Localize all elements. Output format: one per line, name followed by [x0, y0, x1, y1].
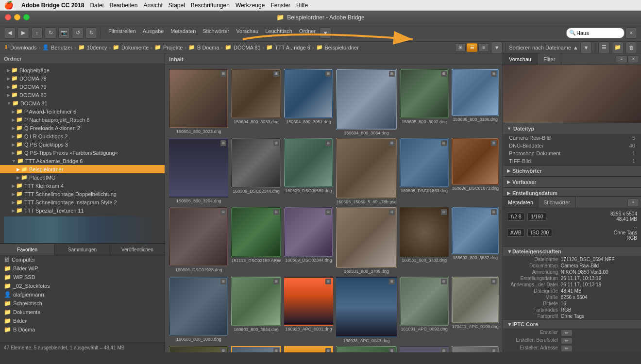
menu-datei[interactable]: Datei [90, 2, 103, 9]
folder-item-blogbeitraege[interactable]: ▶ 📁 Blogbeiträge [0, 66, 165, 74]
folder-item-lr[interactable]: ▶ 📁 Q LR Quicktipps 2 [0, 132, 165, 140]
thumb-cell[interactable]: ⊞ 150604_800_3051.dng [284, 69, 334, 135]
berufstitel-edit-button[interactable]: ✏ [561, 337, 573, 344]
folder-item-schnellmontage1[interactable]: ▶ 📁 TTT Schnellmontage Doppelbelichtung [0, 190, 165, 198]
content-grid[interactable]: ⊞ 150604_800_3023.dng ⊞ 150604_800_3033.… [165, 65, 503, 352]
ersteller-edit-button[interactable]: ✏ [561, 330, 573, 336]
menu-hilfe[interactable]: Hilfe [296, 2, 308, 9]
rotate-left-button[interactable]: ↺ [72, 27, 84, 39]
thumb-cell[interactable]: ⊞ 160603_800_3882.dng [452, 207, 499, 274]
folder-item-schnellmontage2[interactable]: ▶ 📁 TTT Schnellmontage Instagram Style 2 [0, 198, 165, 206]
forward-button[interactable]: ▶ [17, 27, 29, 39]
thumb-cell[interactable]: ⊞ 150604_800_3023.dng [169, 69, 228, 135]
fav-item-wip-ssd[interactable]: 📁 WiP SSD [0, 273, 165, 281]
filter-item-cameraraw[interactable]: Camera Raw-Bild 5 [503, 134, 641, 142]
fav-item-dokumente[interactable]: 📁 Dokumente [0, 308, 165, 316]
bc-dokumente[interactable]: Dokumente [121, 45, 149, 50]
view-detail-button[interactable]: ≡ [478, 43, 489, 52]
folder-item-pstipps[interactable]: ▶ 📁 Q PS-Tipps Praxis »Farbton/Sättigung… [0, 149, 165, 157]
thumb-cell[interactable]: ⊞ 150605_800_3092.dng [400, 69, 449, 135]
thumb-cell[interactable]: ⊞ 171126_DSC_06... [284, 346, 334, 353]
filter-section-header-stichwoerter[interactable]: ▶ Stichwörter [503, 165, 641, 176]
ordner-dropdown-button[interactable]: ▼ [320, 27, 331, 39]
thumb-cell[interactable]: ⊞ 160531_800_3705.dng [336, 207, 397, 274]
toolbar-ordner[interactable]: Ordner [296, 27, 319, 39]
folder-item-award[interactable]: ▶ 📁 P Award-Teilnehmer 6 [0, 107, 165, 116]
menu-ansicht[interactable]: Ansicht [143, 2, 162, 9]
thumb-cell[interactable]: ⊞ 150605_800_3204.dng [169, 138, 228, 205]
folder-item-placedimg[interactable]: ▶ 📁 PlacedIMG [0, 173, 165, 182]
menu-beschriftungen[interactable]: Beschriftungen [191, 2, 230, 9]
filter-button[interactable]: ☰ [598, 42, 610, 53]
up-button[interactable]: ↑ [31, 27, 43, 39]
thumb-cell[interactable]: ⊞ 171202_DSC_0... [400, 346, 449, 353]
search-clear-button[interactable]: ✕ [625, 27, 637, 39]
thumb-cell[interactable]: ⊞ 150604_800_3033.dng [231, 69, 281, 135]
bc-beispielordner[interactable]: Beispielordner [325, 45, 359, 50]
thumb-cell[interactable]: ⊞ 160529_DSC09589.dng [284, 138, 334, 205]
close-button[interactable] [5, 14, 11, 20]
thumb-cell[interactable]: ⊞ 160603_800_3888.dng [169, 277, 228, 343]
sort-dropdown-button[interactable]: ▼ [580, 42, 592, 53]
thumb-cell[interactable]: ⊞ 160605_15060_5_80...78b.psd [336, 138, 397, 205]
right-panel-close-button[interactable]: ✕ [627, 55, 639, 63]
menu-app[interactable]: Adobe Bridge CC 2018 [21, 2, 84, 9]
thumb-cell[interactable]: ⊞ 171022_DSC02... [452, 346, 499, 353]
thumb-cell[interactable]: ⊞ 160605_DSC01863.dng [400, 138, 449, 205]
thumb-cell[interactable]: ⊞ 170921_DSC_0258-B...eltet.tif [169, 346, 228, 353]
thumb-cell[interactable]: ⊞ 160309_DSC02344.dng [231, 138, 281, 205]
toolbar-stichwoerter[interactable]: Stichwörter [200, 27, 232, 39]
minimize-button[interactable] [14, 14, 20, 20]
menu-fenster[interactable]: Fenster [270, 2, 290, 9]
toolbar-filmstreifen[interactable]: Filmstreifen [105, 27, 139, 39]
toolbar-vorschau[interactable]: Vorschau [233, 27, 261, 39]
back-button[interactable]: ◀ [4, 27, 16, 39]
adresse-edit-button[interactable]: ✏ [561, 345, 573, 352]
menu-werkzeuge[interactable]: Werkzeuge [236, 2, 265, 9]
toolbar-metadaten[interactable]: Metadaten [168, 27, 199, 39]
sidebar-tab-veroeffentlichen[interactable]: Veröffentlichen [110, 244, 165, 255]
folder-item-ps[interactable]: ▶ 📁 Q PS Quicktipps 3 [0, 140, 165, 149]
meta-options-button[interactable]: ≡ [627, 199, 639, 206]
thumb-cell[interactable]: ⊞ 151113_DSC02189.ARW [231, 207, 281, 274]
thumb-cell[interactable]: ⊞ 160531_800_3732.dng [400, 207, 449, 274]
filter-section-header-dateityp[interactable]: ▼ Dateityp [503, 123, 641, 134]
folder-item-kleinkram[interactable]: ▶ 📁 TTT Kleinkram 4 [0, 182, 165, 190]
filter-item-psd[interactable]: Photoshop-Dokument 1 [503, 149, 641, 157]
thumb-cell[interactable]: ⊞ 171126_DSC_05... [231, 346, 281, 353]
bc-10dency[interactable]: 10dency [87, 45, 107, 50]
folder-item-docma81[interactable]: ▼ 📁 DOCMA 81 [0, 99, 165, 107]
fav-item-olafgiermann[interactable]: 👤 olafgiermann [0, 290, 165, 299]
filter-section-header-verfasser[interactable]: ▶ Verfasser [503, 177, 641, 187]
folder-item-docma79[interactable]: ▶ 📁 DOCMA 79 [0, 83, 165, 91]
folder-panel[interactable]: ▶ 📁 Blogbeiträge ▶ 📁 DOCMA 78 ▶ 📁 DOCMA … [0, 64, 165, 244]
bc-projekte[interactable]: Projekte [163, 45, 183, 50]
folder-item-docma80[interactable]: ▶ 📁 DOCMA 80 [0, 91, 165, 99]
meta-tab-stichwoerter[interactable]: Stichwörter [539, 197, 575, 208]
thumb-cell[interactable]: ⊞ 150604_800_3064.dng [336, 69, 397, 135]
fp-section-dateieigenschaften[interactable]: ▼ Dateieigenschaften [503, 247, 641, 256]
bc-bdocma[interactable]: B Docma [197, 45, 219, 50]
new-folder-button[interactable]: 📁 [612, 42, 624, 53]
filter-section-header-erstellungsdatum[interactable]: ▶ Erstellungsdatum [503, 188, 641, 196]
folder-item-texturen[interactable]: ▶ 📁 TTT Spezial_Texturen 11 [0, 206, 165, 215]
view-options-button[interactable]: ▼ [491, 42, 503, 53]
bc-downloads[interactable]: Downloads [10, 45, 36, 50]
fav-item-bdocma[interactable]: 📁 B Docma [0, 325, 165, 334]
bc-benutzer[interactable]: Benutzer [51, 45, 72, 50]
bc-ttt[interactable]: TTT A...ridge 6 [275, 45, 310, 50]
thumb-cell[interactable]: ⊞ 160606_DSC01873.dng [452, 138, 499, 205]
fav-item-schreibtisch[interactable]: 📁 Schreibtisch [0, 299, 165, 308]
thumb-cell[interactable]: ⊞ 160928_APC_0043.dng [336, 277, 397, 343]
fav-item-bilder-wip[interactable]: 📁 Bilder WiP [0, 264, 165, 273]
bc-docma81[interactable]: DOCMA 81 [234, 45, 261, 50]
right-panel-options-button[interactable]: ≡ [616, 55, 627, 63]
folder-item-nachbau[interactable]: ▶ 📁 P Nachbauprojekt_Rauch 6 [0, 116, 165, 124]
fav-item-stockfotos[interactable]: 📁 _02_Stockfotos [0, 281, 165, 290]
rp-tab-vorschau[interactable]: Vorschau [503, 53, 538, 65]
sidebar-tab-favoriten[interactable]: Favoriten [0, 244, 55, 255]
sync-button[interactable]: ↻ [45, 27, 56, 39]
meta-tab-metadaten[interactable]: Metadaten [503, 197, 539, 208]
folder-item-freeloads[interactable]: ▶ 📁 Q Freeloads Aktionen 2 [0, 124, 165, 132]
thumb-cell[interactable]: ⊞ 160606_DSC01928.dng [169, 207, 228, 274]
